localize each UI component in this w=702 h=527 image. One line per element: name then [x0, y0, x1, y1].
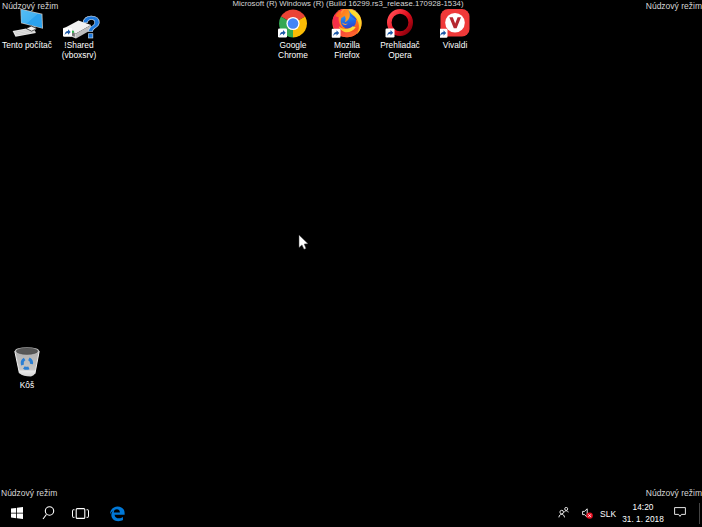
svg-text:?: ? [82, 9, 102, 45]
